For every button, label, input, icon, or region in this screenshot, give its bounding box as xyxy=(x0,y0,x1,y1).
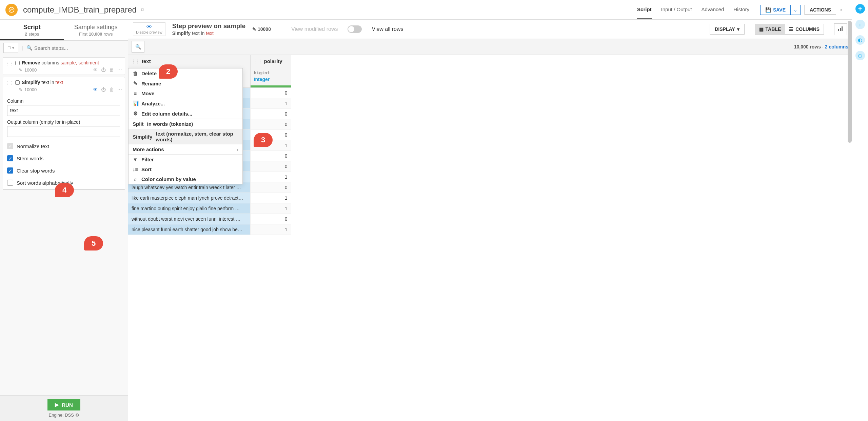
select-all-dropdown[interactable]: ☐ ▾ xyxy=(3,43,18,53)
table-row[interactable]: without doubt worst movi ever seen funni… xyxy=(128,214,291,224)
more-icon[interactable]: ⋯ xyxy=(117,87,122,92)
drag-handle-icon[interactable]: ⋮⋮ xyxy=(132,59,140,64)
step-count: 10000 xyxy=(24,87,37,92)
cell-polarity[interactable]: 0 xyxy=(250,119,291,130)
step-checkbox[interactable] xyxy=(15,61,20,65)
seg-columns[interactable]: ☰COLUMNS xyxy=(785,24,824,34)
output-input[interactable] xyxy=(7,126,120,137)
column-input[interactable] xyxy=(7,105,120,116)
history-icon[interactable]: ◴ xyxy=(855,51,865,60)
seg-table[interactable]: ▦TABLE xyxy=(755,24,785,34)
cell-polarity[interactable]: 1 xyxy=(250,172,291,182)
ctx-edit-details[interactable]: ⚙Edit column details... xyxy=(129,108,242,119)
power-icon[interactable]: ⏻ xyxy=(101,87,106,92)
gear-icon[interactable]: ⚙ xyxy=(75,413,79,418)
save-button[interactable]: 💾 SAVE xyxy=(761,5,790,15)
back-arrow-icon[interactable]: ← xyxy=(839,5,846,14)
cell-polarity[interactable]: 0 xyxy=(250,151,291,161)
info-icon[interactable]: i xyxy=(855,20,865,29)
ctx-move[interactable]: ≡Move xyxy=(129,88,242,98)
step-text: Simplify text in text xyxy=(22,79,122,85)
svg-rect-3 xyxy=(842,26,843,31)
cell-polarity[interactable]: 0 xyxy=(250,130,291,140)
recipe-title: compute_IMDB_train_prepared xyxy=(23,5,137,15)
check-stem[interactable]: ✓ Stem words xyxy=(7,155,120,161)
column-storage: bigint xyxy=(254,70,288,75)
tab-advanced[interactable]: Advanced xyxy=(702,0,724,19)
drag-handle-icon[interactable]: ⋮⋮ xyxy=(5,80,14,85)
cell-polarity[interactable]: 0 xyxy=(250,214,291,224)
step-checkbox[interactable] xyxy=(15,80,20,85)
chart-button[interactable] xyxy=(834,23,847,35)
cell-polarity[interactable]: 1 xyxy=(250,193,291,203)
tab-input-output[interactable]: Input / Output xyxy=(661,0,692,19)
cell-text[interactable]: fine martino outing spirit enjoy giallo … xyxy=(128,203,250,214)
drag-handle-icon[interactable]: ⋮⋮ xyxy=(254,59,262,64)
column-header-polarity[interactable]: polarity xyxy=(264,58,282,64)
save-group: 💾 SAVE ⌄ xyxy=(760,5,801,15)
table-row[interactable]: nice pleasant funni earth shatter good j… xyxy=(128,224,291,235)
actions-button[interactable]: ACTIONS xyxy=(805,5,836,15)
ctx-sort[interactable]: ↓≡Sort xyxy=(129,164,242,174)
ctx-rename[interactable]: ✎Rename xyxy=(129,78,242,88)
disable-preview-button[interactable]: 👁 Disable preview xyxy=(133,22,165,36)
trash-icon[interactable]: 🗑 xyxy=(109,87,114,92)
data-grid[interactable]: ⋮⋮text 🗑Delete ✎Rename ≡Move 📊Analyze... xyxy=(128,55,852,421)
check-sort[interactable]: Sort words alphabetically xyxy=(7,180,120,186)
cell-polarity[interactable]: 1 xyxy=(250,98,291,109)
cell-polarity[interactable]: 1 xyxy=(250,140,291,151)
ctx-filter[interactable]: ▼Filter xyxy=(129,155,242,164)
column-context-menu: 🗑Delete ✎Rename ≡Move 📊Analyze... ⚙Edit … xyxy=(128,68,243,184)
view-toggle[interactable] xyxy=(348,25,362,33)
table-row[interactable]: fine martino outing spirit enjoy giallo … xyxy=(128,203,291,214)
step-text: Remove columns sample, sentiment xyxy=(22,60,122,66)
left-tab-script[interactable]: Script 2 steps xyxy=(0,20,64,40)
left-tab-sample[interactable]: Sample settings First 10,000 rows xyxy=(64,20,128,40)
cell-polarity[interactable]: 0 xyxy=(250,182,291,193)
drag-handle-icon[interactable]: ⋮⋮ xyxy=(5,61,14,66)
ctx-delete[interactable]: 🗑Delete xyxy=(129,68,242,78)
trash-icon[interactable]: 🗑 xyxy=(109,67,114,73)
step-card-remove[interactable]: ⋮⋮ Remove columns sample, sentiment ✎100… xyxy=(3,57,125,75)
ctx-more-actions[interactable]: More actions xyxy=(129,144,242,154)
ctx-analyze[interactable]: 📊Analyze... xyxy=(129,98,242,108)
external-icon[interactable]: ⧉ xyxy=(141,7,144,13)
check-normalize[interactable]: ✓ Normalize text xyxy=(7,143,120,149)
column-meaning[interactable]: Integer xyxy=(254,77,288,82)
tab-script[interactable]: Script xyxy=(637,0,652,19)
cell-polarity[interactable]: 0 xyxy=(250,109,291,119)
cell-polarity[interactable]: 0 xyxy=(250,88,291,98)
scrollbar-thumb[interactable] xyxy=(848,21,852,143)
run-button[interactable]: ▶ RUN xyxy=(47,399,80,410)
view-all-label: View all rows xyxy=(372,26,403,32)
power-icon[interactable]: ⏻ xyxy=(101,67,106,73)
table-row[interactable]: like earli masterpiec eleph man lynch pr… xyxy=(128,193,291,203)
tab-history[interactable]: History xyxy=(733,0,749,19)
save-dropdown[interactable]: ⌄ xyxy=(790,5,800,15)
cell-text[interactable]: without doubt worst movi ever seen funni… xyxy=(128,214,250,224)
ctx-split[interactable]: Split in words (tokenize) xyxy=(129,119,242,129)
check-stop[interactable]: ✓ Clear stop words xyxy=(7,167,120,174)
filter-icon: ▼ xyxy=(133,157,138,162)
eye-icon[interactable]: 👁 xyxy=(93,87,98,92)
ctx-color[interactable]: ☼Color column by value xyxy=(129,174,242,184)
add-icon[interactable]: + xyxy=(855,4,865,14)
left-tab-script-title: Script xyxy=(0,24,64,31)
display-dropdown[interactable]: DISPLAY ▾ xyxy=(710,24,744,35)
ctx-simplify[interactable]: Simplify text (normalize, stem, clear st… xyxy=(129,129,242,144)
cell-text[interactable]: nice pleasant funni earth shatter good j… xyxy=(128,224,250,235)
trash-icon: 🗑 xyxy=(133,71,138,76)
cell-polarity[interactable]: 0 xyxy=(250,161,291,172)
cell-text[interactable]: like earli masterpiec eleph man lynch pr… xyxy=(128,193,250,203)
search-steps-input[interactable] xyxy=(34,45,124,51)
left-tab-script-sub: 2 steps xyxy=(0,32,64,39)
cell-polarity[interactable]: 1 xyxy=(250,203,291,214)
output-label: Output column (empty for in-place) xyxy=(7,119,120,125)
grid-search-button[interactable]: 🔍 xyxy=(132,41,144,53)
more-icon[interactable]: ⋯ xyxy=(117,67,122,73)
cell-polarity[interactable]: 1 xyxy=(250,224,291,235)
step-card-simplify[interactable]: ⋮⋮ Simplify text in text ✎10000 👁 ⏻ xyxy=(3,77,125,189)
discuss-icon[interactable]: ◐ xyxy=(855,35,865,45)
column-header-text[interactable]: text xyxy=(142,58,151,64)
eye-icon[interactable]: 👁 xyxy=(93,67,98,73)
